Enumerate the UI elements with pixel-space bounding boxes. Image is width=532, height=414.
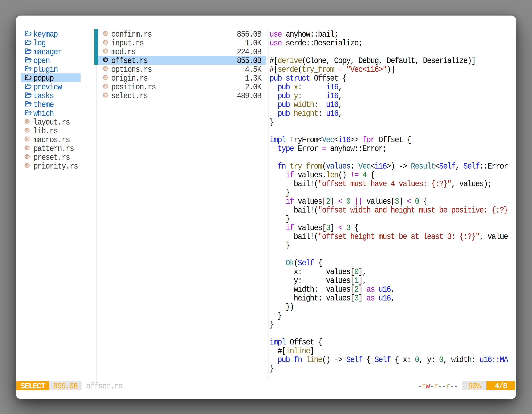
svg-text:R: R (26, 155, 28, 158)
svg-text:R: R (104, 67, 107, 70)
svg-text:R: R (26, 164, 28, 167)
svg-text:R: R (26, 137, 28, 141)
svg-text:R: R (104, 93, 107, 97)
svg-text:R: R (104, 32, 107, 35)
svg-text:R: R (26, 146, 28, 150)
svg-text:R: R (26, 120, 28, 123)
svg-text:R: R (104, 58, 107, 62)
svg-text:R: R (104, 85, 107, 88)
svg-text:R: R (104, 76, 107, 79)
svg-text:R: R (104, 49, 107, 53)
svg-text:R: R (26, 128, 28, 132)
svg-text:R: R (104, 40, 107, 44)
